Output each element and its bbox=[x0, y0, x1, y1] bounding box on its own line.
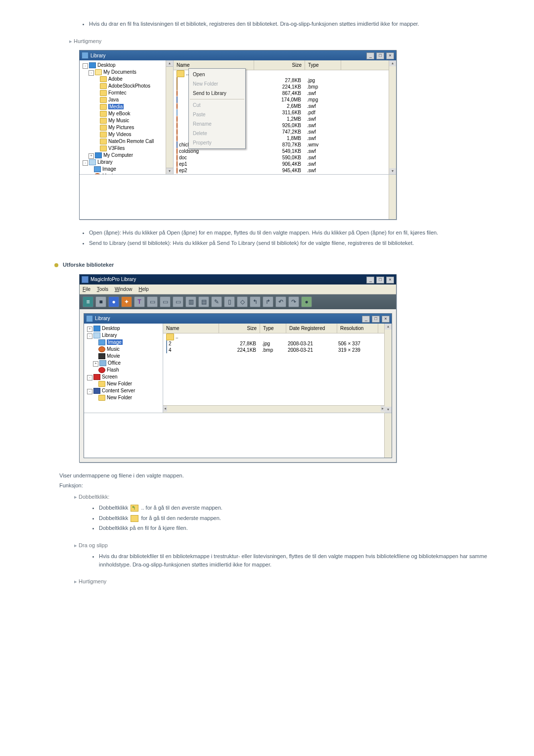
tool-icon[interactable]: ■ bbox=[95, 296, 106, 307]
context-menu-item: Rename bbox=[190, 119, 244, 129]
tree-scrollbar[interactable] bbox=[166, 60, 173, 174]
library-file-list[interactable]: Name Size Type Date Registered Resolutio… bbox=[163, 324, 392, 413]
tool-icon[interactable]: ▭ bbox=[160, 296, 171, 307]
close-button[interactable]: × bbox=[386, 277, 394, 284]
menu-tools[interactable]: Tools bbox=[97, 286, 108, 292]
col-size[interactable]: Size bbox=[219, 324, 260, 333]
tree-node[interactable]: Formtec bbox=[83, 90, 172, 96]
app-title: MagicInfoPro Library bbox=[90, 276, 136, 283]
dbl-bullet: Dobbeltklikk på en fil for å kjøre filen… bbox=[99, 524, 504, 532]
tree-node[interactable]: My eBook bbox=[83, 110, 172, 117]
tree-node[interactable]: Adobe bbox=[83, 76, 172, 83]
list-h-scrollbar[interactable] bbox=[163, 405, 385, 413]
list-scrollbar[interactable] bbox=[389, 60, 396, 174]
dobbeltklikk-list: Dobbeltklikk .. for å gå til den øverste… bbox=[99, 504, 504, 532]
minimize-button[interactable]: _ bbox=[362, 316, 370, 323]
tool-icon[interactable]: ● bbox=[301, 296, 312, 307]
maximize-button[interactable]: □ bbox=[372, 316, 380, 323]
preview-scrollbar[interactable] bbox=[389, 175, 396, 219]
tree-node[interactable]: Music bbox=[87, 346, 161, 353]
tool-icon[interactable]: ↶ bbox=[275, 296, 286, 307]
tool-icon[interactable]: ≡ bbox=[83, 296, 93, 307]
titlebar-1[interactable]: Library _ □ × bbox=[80, 50, 396, 60]
tool-icon[interactable]: ◇ bbox=[237, 296, 248, 307]
tree-node[interactable]: AdobeStockPhotos bbox=[83, 83, 172, 90]
tree-node[interactable]: My Pictures bbox=[83, 124, 172, 131]
table-row[interactable]: ep1906,4KB.swf bbox=[174, 161, 396, 167]
tool-icon[interactable]: ↰ bbox=[250, 296, 261, 307]
window-controls: _ □ × bbox=[366, 51, 394, 59]
up-folder-icon bbox=[131, 505, 138, 512]
col-res[interactable]: Resolution bbox=[337, 324, 378, 333]
table-row[interactable]: 4224,1KB.bmp2008-03-21319 × 239 bbox=[163, 347, 392, 353]
inner-titlebar[interactable]: Library _ □ × bbox=[84, 314, 392, 324]
window-icon bbox=[82, 52, 89, 59]
context-menu-item[interactable]: Open bbox=[190, 70, 244, 79]
tool-icon[interactable]: ↱ bbox=[263, 296, 273, 307]
tree-node[interactable]: Image bbox=[87, 339, 161, 346]
app-titlebar[interactable]: MagicInfoPro Library _ □ × bbox=[80, 275, 396, 284]
tree-node[interactable]: My Videos bbox=[83, 131, 172, 138]
minimize-button[interactable]: _ bbox=[366, 52, 374, 59]
viser-line: Viser undermappene og filene i den valgt… bbox=[59, 472, 504, 480]
minimize-button[interactable]: _ bbox=[366, 277, 374, 284]
tool-icon[interactable]: ↷ bbox=[288, 296, 299, 307]
tree-node[interactable]: New Folder bbox=[87, 394, 161, 401]
maximize-button[interactable]: □ bbox=[376, 52, 384, 59]
col-size[interactable]: Size bbox=[254, 60, 305, 70]
tree-node[interactable]: -Desktop bbox=[83, 62, 172, 69]
close-button[interactable]: × bbox=[386, 52, 394, 59]
close-button[interactable]: × bbox=[382, 316, 390, 323]
tree-node[interactable]: +Desktop bbox=[87, 325, 161, 332]
tool-icon[interactable]: ▥ bbox=[185, 296, 196, 307]
folder-tree[interactable]: -Desktop-My DocumentsAdobeAdobeStockPhot… bbox=[80, 60, 174, 174]
tree-node[interactable]: Image bbox=[83, 166, 172, 173]
table-row[interactable]: 227,8KB.jpg2008-03-21506 × 337 bbox=[163, 340, 392, 347]
context-menu-item[interactable]: Send to Library bbox=[190, 89, 244, 98]
tree-node[interactable]: -Library bbox=[87, 332, 161, 339]
tree-node[interactable]: -Library bbox=[83, 159, 172, 166]
tree-node[interactable]: -Content Server bbox=[87, 387, 161, 394]
tool-icon[interactable]: ✦ bbox=[121, 296, 132, 307]
tree-node[interactable]: +My Computer bbox=[83, 152, 172, 159]
menu-window[interactable]: Window bbox=[115, 286, 133, 292]
tree-node[interactable]: V3Files bbox=[83, 145, 172, 152]
menu-file[interactable]: File bbox=[83, 286, 90, 292]
tree-node[interactable]: -My Documents bbox=[83, 69, 172, 76]
table-row[interactable]: ep2945,4KB.swf bbox=[174, 167, 396, 174]
table-row[interactable]: coldsong549,1KB.swf bbox=[174, 148, 396, 154]
tool-icon[interactable]: ● bbox=[108, 296, 119, 307]
library-tree[interactable]: +Desktop-LibraryImageMusicMovie+OfficeFl… bbox=[84, 324, 163, 413]
tree-node[interactable]: My Music bbox=[83, 117, 172, 124]
tree-node[interactable]: Movie bbox=[87, 353, 161, 360]
tree-node[interactable]: NateOn Remote Call bbox=[83, 138, 172, 145]
menu-help[interactable]: Help bbox=[138, 286, 149, 292]
table-row[interactable]: .. bbox=[163, 333, 392, 340]
col-name[interactable]: Name bbox=[163, 324, 219, 333]
list-scrollbar[interactable] bbox=[384, 324, 392, 413]
col-type[interactable]: Type bbox=[260, 324, 286, 333]
tree-node[interactable]: -Screen bbox=[87, 374, 161, 380]
tree-node[interactable]: New Folder bbox=[87, 380, 161, 387]
table-row[interactable]: doc590,0KB.swf bbox=[174, 154, 396, 161]
col-date[interactable]: Date Registered bbox=[286, 324, 337, 333]
tool-icon[interactable]: ▤ bbox=[198, 296, 209, 307]
context-menu[interactable]: OpenNew FolderSend to LibraryCutPasteRen… bbox=[188, 68, 246, 149]
menubar[interactable]: File Tools Window Help bbox=[80, 284, 396, 294]
maximize-button[interactable]: □ bbox=[376, 277, 384, 284]
preview-scrollbar[interactable] bbox=[384, 413, 392, 458]
tool-text-icon[interactable]: T bbox=[134, 296, 145, 307]
col-type[interactable]: Type bbox=[305, 60, 341, 70]
list-header-2: Name Size Type Date Registered Resolutio… bbox=[163, 324, 392, 333]
tool-icon[interactable]: ▭ bbox=[147, 296, 158, 307]
tool-icon[interactable]: ✎ bbox=[211, 296, 222, 307]
file-list-pane[interactable]: Name Size Type ..27,8KB.jpg224,1KB.bmp86… bbox=[174, 60, 396, 174]
context-menu-item: Cut bbox=[190, 100, 244, 110]
section-heading-explore: Utforske biblioteker bbox=[54, 261, 504, 269]
tool-icon[interactable]: ▯ bbox=[224, 296, 235, 307]
tree-node[interactable]: +Office bbox=[87, 360, 161, 367]
tree-node[interactable]: Java bbox=[83, 96, 172, 103]
tree-node[interactable]: Flash bbox=[87, 367, 161, 374]
tree-node[interactable]: Media bbox=[83, 103, 172, 110]
tool-icon[interactable]: ▭ bbox=[173, 296, 183, 307]
